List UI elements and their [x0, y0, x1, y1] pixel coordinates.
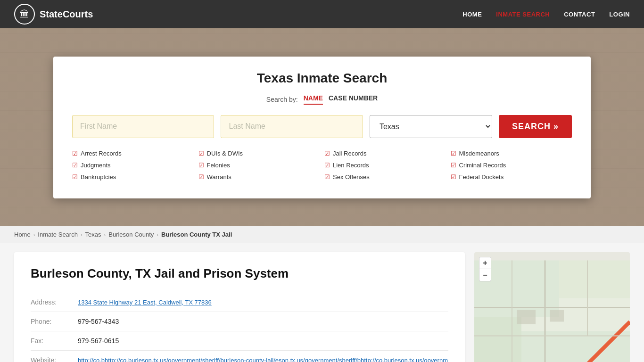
search-card: Texas Inmate Search Search by: NAME CASE… — [53, 57, 591, 198]
check-icon: ☑ — [198, 150, 204, 157]
feature-felonies: ☑ Felonies — [198, 160, 320, 170]
search-by-label: Search by: — [266, 96, 298, 103]
svg-rect-3 — [474, 317, 521, 362]
feature-label: Misdemeanors — [459, 150, 499, 157]
last-name-input[interactable] — [221, 115, 363, 138]
feature-label: Arrest Records — [81, 150, 122, 157]
check-icon: ☑ — [324, 150, 330, 157]
jail-title: Burleson County, TX Jail and Prison Syst… — [31, 266, 448, 281]
svg-rect-12 — [550, 310, 564, 322]
feature-label: Federal Dockets — [459, 173, 504, 181]
feature-label: Bankruptcies — [81, 173, 116, 181]
logo-icon: 🏛 — [14, 4, 35, 25]
breadcrumb-sep: › — [33, 232, 35, 238]
svg-rect-2 — [559, 261, 630, 298]
nav-inmate-search[interactable]: INMATE SEARCH — [496, 11, 550, 18]
address-value: 1334 State Highway 21 East, Caldwell, TX… — [78, 293, 448, 312]
feature-misdemeanors: ☑ Misdemeanors — [451, 148, 572, 158]
phone-value: 979-567-4343 — [78, 312, 448, 331]
search-by-row: Search by: NAME CASE NUMBER — [72, 94, 572, 105]
address-link[interactable]: 1334 State Highway 21 East, Caldwell, TX… — [78, 299, 212, 306]
feature-judgments: ☑ Judgments — [72, 160, 194, 170]
address-row: Address: 1334 State Highway 21 East, Cal… — [31, 293, 448, 312]
feature-warrants: ☑ Warrants — [198, 172, 320, 182]
header: 🏛 StateCourts HOME INMATE SEARCH CONTACT… — [0, 0, 644, 28]
nav-contact[interactable]: CONTACT — [564, 11, 595, 18]
first-name-input[interactable] — [72, 115, 214, 138]
phone-label: Phone: — [31, 312, 78, 331]
feature-federal-dockets: ☑ Federal Dockets — [451, 172, 572, 182]
breadcrumb-current: Burleson County TX Jail — [161, 231, 232, 238]
features-grid: ☑ Arrest Records ☑ DUIs & DWIs ☑ Jail Re… — [72, 148, 572, 182]
check-icon: ☑ — [72, 173, 78, 181]
feature-label: DUIs & DWIs — [207, 150, 243, 157]
phone-row: Phone: 979-567-4343 — [31, 312, 448, 331]
card-title: Texas Inmate Search — [72, 71, 572, 86]
feature-label: Lien Records — [333, 162, 369, 169]
feature-label: Judgments — [81, 162, 111, 169]
breadcrumb-texas[interactable]: Texas — [85, 231, 101, 238]
website-row: Website: http://co.bhttp://co.burleson.t… — [31, 351, 448, 362]
search-inputs-row: Texas Alabama Alaska Arizona Arkansas Ca… — [72, 115, 572, 138]
map-zoom-out[interactable]: − — [479, 269, 491, 281]
fax-row: Fax: 979-567-0615 — [31, 331, 448, 351]
map-controls: + − — [479, 257, 491, 281]
feature-label: Warrants — [207, 173, 231, 181]
check-icon: ☑ — [451, 150, 456, 157]
feature-sex-offenses: ☑ Sex Offenses — [324, 172, 446, 182]
map-svg — [474, 252, 630, 362]
website-label: Website: — [31, 351, 78, 362]
feature-label: Criminal Records — [459, 162, 506, 169]
content-area: Burleson County, TX Jail and Prison Syst… — [0, 243, 644, 362]
feature-lien-records: ☑ Lien Records — [324, 160, 446, 170]
feature-jail-records: ☑ Jail Records — [324, 148, 446, 158]
breadcrumb: Home › Inmate Search › Texas › Burleson … — [0, 226, 644, 243]
feature-label: Felonies — [207, 162, 230, 169]
map-area: + − — [474, 252, 630, 362]
nav-login[interactable]: LOGIN — [609, 11, 630, 18]
feature-label: Jail Records — [333, 150, 367, 157]
tab-case-number[interactable]: CASE NUMBER — [329, 94, 378, 105]
check-icon: ☑ — [451, 162, 456, 169]
breadcrumb-home[interactable]: Home — [14, 231, 31, 238]
check-icon: ☑ — [451, 173, 456, 181]
feature-criminal-records: ☑ Criminal Records — [451, 160, 572, 170]
logo[interactable]: 🏛 StateCourts — [14, 4, 93, 25]
fax-value: 979-567-0615 — [78, 331, 448, 351]
feature-arrest-records: ☑ Arrest Records — [72, 148, 194, 158]
nav: HOME INMATE SEARCH CONTACT LOGIN — [462, 11, 630, 18]
breadcrumb-inmate-search[interactable]: Inmate Search — [38, 231, 78, 238]
check-icon: ☑ — [198, 173, 204, 181]
check-icon: ☑ — [324, 162, 330, 169]
breadcrumb-sep: › — [157, 232, 158, 238]
breadcrumb-sep: › — [104, 232, 106, 238]
feature-label: Sex Offenses — [333, 173, 370, 181]
check-icon: ☑ — [198, 162, 204, 169]
state-select[interactable]: Texas Alabama Alaska Arizona Arkansas Ca… — [370, 115, 492, 138]
feature-duis: ☑ DUIs & DWIs — [198, 148, 320, 158]
tab-name[interactable]: NAME — [304, 94, 323, 105]
main-content: Burleson County, TX Jail and Prison Syst… — [14, 252, 465, 362]
hero-section: COURTHOUSE Texas Inmate Search Search by… — [0, 28, 644, 226]
breadcrumb-burleson-county[interactable]: Burleson County — [108, 231, 154, 238]
breadcrumb-sep: › — [81, 232, 83, 238]
address-label: Address: — [31, 293, 78, 312]
search-button[interactable]: SEARCH » — [499, 115, 572, 138]
info-table: Address: 1334 State Highway 21 East, Cal… — [31, 293, 448, 362]
svg-rect-11 — [517, 310, 536, 324]
logo-text: StateCourts — [40, 9, 93, 20]
check-icon: ☑ — [324, 173, 330, 181]
check-icon: ☑ — [72, 162, 78, 169]
check-icon: ☑ — [72, 150, 78, 157]
website-link[interactable]: http://co.bhttp://co.burleson.tx.us/gove… — [78, 357, 448, 362]
map-zoom-in[interactable]: + — [479, 257, 491, 269]
fax-label: Fax: — [31, 331, 78, 351]
nav-home[interactable]: HOME — [462, 11, 482, 18]
feature-bankruptcies: ☑ Bankruptcies — [72, 172, 194, 182]
website-value: http://co.bhttp://co.burleson.tx.us/gove… — [78, 351, 448, 362]
